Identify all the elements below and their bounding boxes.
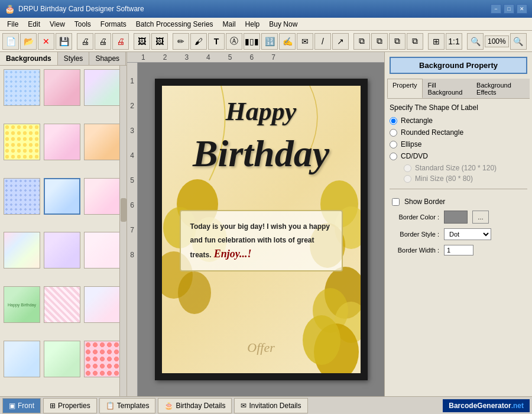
menu-mail[interactable]: Mail — [218, 19, 241, 30]
radio-mini-size[interactable]: Mini Size (80 * 80) — [404, 174, 527, 183]
right-content: Specify The Shape Of Label Rectangle Rou… — [385, 99, 532, 396]
bg-thumb-14[interactable] — [44, 286, 80, 323]
standard-size-radio[interactable] — [404, 164, 411, 172]
bg-thumb-17[interactable] — [44, 341, 80, 377]
border-color-swatch[interactable] — [444, 211, 468, 224]
left-scrollbar[interactable] — [119, 66, 126, 396]
bg-thumb-2[interactable] — [44, 69, 80, 106]
copy2-button[interactable]: ⧉ — [371, 33, 388, 50]
menu-edit[interactable]: Edit — [23, 19, 45, 30]
menu-file[interactable]: File — [2, 19, 23, 30]
properties-label: Properties — [58, 402, 90, 410]
tab-property[interactable]: Property — [387, 79, 423, 98]
menu-view[interactable]: View — [45, 19, 70, 30]
print2-button[interactable]: 🖨 — [95, 33, 111, 50]
copy3-button[interactable]: ⧉ — [389, 33, 406, 50]
mini-size-label: Mini Size (80 * 80) — [415, 174, 473, 183]
mini-size-radio[interactable] — [404, 175, 411, 183]
canvas-area[interactable]: 1 2 3 4 5 6 7 1 2 3 4 5 6 7 8 — [127, 52, 384, 396]
bg-thumb-11[interactable] — [44, 232, 80, 269]
menu-help[interactable]: Help — [241, 19, 265, 30]
border-color-more-button[interactable]: … — [472, 211, 489, 224]
barcode2-button[interactable]: 🔢 — [261, 33, 278, 50]
show-border-checkbox[interactable] — [392, 198, 400, 206]
bg-thumb-6[interactable] — [84, 124, 119, 160]
tab-templates[interactable]: 📋 Templates — [99, 398, 156, 413]
tab-properties[interactable]: ⊞ Properties — [43, 398, 97, 413]
open-button[interactable]: 📂 — [20, 33, 37, 50]
radio-rectangle[interactable]: Rectangle — [390, 117, 527, 125]
bg-thumb-1[interactable] — [4, 69, 40, 106]
zoom-level: 100% — [485, 35, 509, 47]
pencil-button[interactable]: ✏ — [173, 33, 189, 50]
tab-fill-background[interactable]: Fill Background — [423, 79, 471, 98]
save-button[interactable]: 💾 — [56, 33, 72, 50]
bg-thumb-8[interactable] — [44, 178, 80, 215]
card-inner: Happy Birthday Today is your big day! I … — [162, 86, 361, 373]
close-button[interactable]: ✕ — [517, 4, 527, 14]
menu-tools[interactable]: Tools — [70, 19, 96, 30]
border-style-select[interactable]: Dot Dash Solid DashDot — [444, 228, 491, 240]
templates-label: Templates — [117, 402, 150, 410]
ellipse-radio[interactable] — [390, 141, 397, 148]
line-button[interactable]: / — [314, 33, 331, 50]
tab-backgrounds[interactable]: Backgrounds — [0, 52, 58, 65]
tab-front[interactable]: ▣ Front — [2, 398, 41, 413]
paint-button[interactable]: 🖌 — [190, 33, 207, 50]
bg-thumb-18[interactable] — [84, 341, 119, 377]
radio-rounded-rectangle[interactable]: Rounded Rectangle — [390, 128, 527, 137]
radio-cd-dvd[interactable]: CD/DVD — [390, 152, 527, 160]
tab-shapes[interactable]: Shapes — [89, 52, 126, 65]
image-button[interactable]: 🖼 — [134, 33, 150, 50]
text-button[interactable]: T — [208, 33, 225, 50]
print3-button[interactable]: 🖨 — [112, 33, 129, 50]
left-tabs: Backgrounds Styles Shapes — [0, 52, 126, 66]
one-button[interactable]: 1:1 — [446, 33, 462, 50]
bg-thumb-15[interactable] — [84, 286, 119, 323]
copy4-button[interactable]: ⧉ — [407, 33, 423, 50]
border-width-input[interactable] — [444, 245, 473, 255]
barcode-button[interactable]: ▮▯▮ — [244, 33, 260, 50]
tab-birthday-details[interactable]: 🎂 Birthday Details — [158, 398, 232, 413]
rectangle-label: Rectangle — [401, 117, 433, 125]
border-width-row: Border Width : — [392, 245, 525, 255]
standard-size-label: Standard Size (120 * 120) — [415, 164, 497, 172]
menu-batch[interactable]: Batch Processing Series — [131, 19, 218, 30]
maximize-button[interactable]: □ — [504, 4, 514, 14]
bg-thumb-13[interactable]: Happy Birthday — [4, 286, 40, 323]
menu-buynow[interactable]: Buy Now — [264, 19, 302, 30]
print-button[interactable]: 🖨 — [77, 33, 93, 50]
bg-thumb-12[interactable] — [84, 232, 119, 269]
minimize-button[interactable]: − — [491, 4, 501, 14]
titlebar: 🎂 DRPU Birthday Card Designer Software −… — [0, 0, 532, 18]
rectangle-radio[interactable] — [390, 117, 397, 125]
bg-thumb-3[interactable] — [84, 69, 119, 106]
zoom-out-button[interactable]: 🔍 — [510, 33, 527, 50]
bg-thumb-16[interactable] — [4, 341, 40, 377]
bg-thumb-10[interactable] — [4, 232, 40, 269]
zoom-in-button[interactable]: 🔍 — [467, 33, 484, 50]
copy-button[interactable]: ⧉ — [353, 33, 370, 50]
right-panel: Background Property Property Fill Backgr… — [384, 52, 532, 396]
sign-button[interactable]: ✍ — [279, 33, 296, 50]
arrow-button[interactable]: ↗ — [332, 33, 349, 50]
text2-button[interactable]: Ⓐ — [226, 33, 242, 50]
tab-styles[interactable]: Styles — [58, 52, 90, 65]
bg-thumb-4[interactable] — [4, 124, 40, 160]
rounded-rectangle-radio[interactable] — [390, 129, 397, 137]
menu-formats[interactable]: Formats — [96, 19, 131, 30]
radio-ellipse[interactable]: Ellipse — [390, 140, 527, 148]
grid-button[interactable]: ⊞ — [428, 33, 445, 50]
bg-thumb-9[interactable] — [84, 178, 119, 215]
image2-button[interactable]: 🖼 — [151, 33, 168, 50]
cd-dvd-radio[interactable] — [390, 153, 397, 160]
radio-standard-size[interactable]: Standard Size (120 * 120) — [404, 164, 527, 172]
tab-background-effects[interactable]: Background Effects — [471, 79, 530, 98]
close-file-button[interactable]: ✕ — [38, 33, 54, 50]
bg-thumb-7[interactable] — [4, 178, 40, 215]
title-text: DRPU Birthday Card Designer Software — [18, 5, 144, 13]
new-button[interactable]: 📄 — [2, 33, 19, 50]
bg-thumb-5[interactable] — [44, 124, 80, 160]
email-button[interactable]: ✉ — [297, 33, 313, 50]
tab-invitation-details[interactable]: ✉ Invitation Details — [234, 398, 307, 413]
